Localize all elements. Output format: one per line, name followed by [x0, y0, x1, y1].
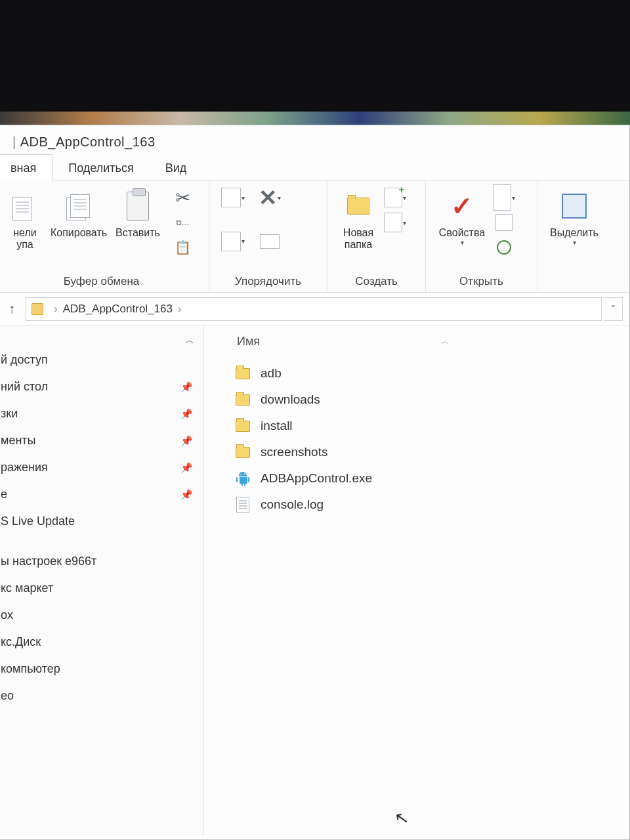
sidebar-item[interactable]: зки📌 [0, 400, 203, 427]
sidebar-quick-access[interactable]: й доступ [0, 346, 203, 373]
delete-button[interactable]: ✕▾ [251, 186, 288, 209]
text-file-icon [234, 496, 251, 513]
group-open: ✓ Свойства ▾ ▾ Открыть [426, 181, 537, 292]
sidebar-item[interactable]: ы настроек e966т [0, 548, 203, 575]
file-row[interactable]: ADBAppControl.exe [230, 465, 623, 492]
copy-to-button[interactable]: ▾ [217, 230, 249, 253]
sidebar-scroll-up[interactable]: ︿ [0, 335, 203, 346]
edit-button[interactable] [493, 211, 515, 234]
group-select: Выделить ▾ [537, 181, 611, 292]
copy-button[interactable]: Копировать [49, 185, 108, 242]
up-arrow-icon: ↑ [9, 301, 15, 316]
group-clipboard: нели упа Копировать Вставить ✂ ⧉… 📋 Буфе… [0, 181, 209, 292]
easy-access-icon [384, 213, 402, 232]
pin-icon: 📌 [180, 489, 193, 501]
tab-share[interactable]: Поделиться [52, 155, 149, 180]
android-exe-icon [234, 470, 251, 487]
copy-icon [66, 188, 91, 224]
group-create: Новая папка ▾ ▾ Создать [327, 181, 426, 292]
sidebar-item[interactable]: S Live Update [0, 508, 203, 535]
file-name: install [261, 419, 293, 433]
clipboard-icon [127, 188, 149, 224]
copy-path-button[interactable]: ⧉… [171, 211, 194, 234]
title-pipe: | [12, 135, 16, 149]
breadcrumb-folder[interactable]: ADB_AppControl_163 [63, 303, 173, 316]
rename-button[interactable] [251, 230, 288, 253]
column-header-row: Имя ︿ [237, 335, 623, 348]
sidebar-item[interactable]: менты📌 [0, 427, 203, 454]
sidebar-item[interactable]: компьютер [0, 656, 203, 682]
cut-button[interactable]: ✂ [171, 186, 194, 209]
new-folder-button[interactable]: Новая папка [334, 185, 383, 254]
sidebar-item-label: кс маркет [1, 581, 53, 595]
tab-view[interactable]: Вид [150, 155, 203, 180]
breadcrumb-expand[interactable]: ˅ [604, 297, 623, 321]
select-label: Выделить [550, 227, 598, 239]
ribbon-tabs: вная Поделиться Вид [0, 154, 629, 181]
select-all-icon [562, 188, 587, 224]
file-row[interactable]: adb [230, 360, 623, 387]
pin-icon: 📌 [180, 435, 193, 447]
open-button[interactable]: ▾ [493, 186, 515, 209]
sidebar-item-label: ний стол [1, 380, 48, 394]
folder-icon [234, 417, 251, 434]
sidebar-item-label: кс.Диск [1, 635, 41, 649]
file-row[interactable]: screenshots [230, 439, 623, 465]
organize-group-label: Упорядочить [216, 272, 320, 289]
easy-access-button[interactable]: ▾ [384, 211, 406, 234]
new-item-button[interactable]: ▾ [384, 186, 406, 209]
history-button[interactable] [493, 236, 515, 259]
copy-label: Копировать [51, 227, 107, 239]
paste-button[interactable]: Вставить [108, 185, 167, 242]
breadcrumb-sep-1: › [54, 303, 58, 316]
move-to-icon [221, 188, 241, 207]
breadcrumb[interactable]: › ADB_AppControl_163 › [26, 297, 602, 321]
sidebar-item[interactable]: ox [0, 602, 203, 629]
sidebar-item[interactable]: кс.Диск [0, 629, 203, 656]
paste-label: Вставить [116, 227, 160, 239]
photo-black-border [0, 0, 630, 112]
sidebar-item[interactable]: кс маркет [0, 575, 203, 602]
breadcrumb-folder-icon [32, 303, 43, 315]
file-name: console.log [261, 497, 324, 512]
file-row[interactable]: install [230, 413, 623, 439]
svg-point-0 [240, 474, 242, 475]
pin-quick-access-button[interactable]: нели упа [1, 185, 49, 254]
sidebar-item-label: ы настроек e966т [1, 555, 96, 568]
svg-point-1 [244, 474, 245, 475]
address-bar: ↑ › ADB_AppControl_163 › ˅ [0, 293, 629, 326]
desktop-sliver [0, 112, 630, 125]
sidebar-item[interactable] [0, 535, 203, 548]
paste-shortcut-button[interactable]: 📋 [171, 236, 194, 259]
ribbon: нели упа Копировать Вставить ✂ ⧉… 📋 Буфе… [0, 181, 629, 293]
properties-label: Свойства [439, 227, 485, 239]
pin-icon: 📌 [180, 462, 193, 474]
move-to-button[interactable]: ▾ [217, 186, 249, 209]
folder-icon [234, 365, 251, 382]
properties-button[interactable]: ✓ Свойства ▾ [432, 185, 492, 249]
file-row[interactable]: console.log [230, 492, 623, 518]
tab-main[interactable]: вная [0, 154, 52, 181]
nav-sidebar: ︿ й доступ ний стол📌зки📌менты📌ражения📌e📌… [0, 326, 204, 836]
select-group-label [544, 285, 604, 289]
sidebar-item[interactable]: ражения📌 [0, 454, 203, 481]
open-icon [493, 184, 511, 211]
select-caret-icon: ▾ [573, 239, 576, 247]
file-list: Имя ︿ adbdownloadsinstallscreenshotsADBA… [204, 326, 629, 836]
clipboard-small-buttons: ✂ ⧉… 📋 [170, 185, 195, 260]
clipboard-group-label: Буфер обмена [1, 272, 202, 289]
nav-up-button[interactable]: ↑ [1, 298, 23, 320]
chevron-down-icon: ˅ [611, 304, 616, 314]
sidebar-item[interactable]: ео [0, 682, 203, 709]
breadcrumb-sep-2: › [178, 303, 182, 316]
sidebar-item[interactable]: ний стол📌 [0, 373, 203, 400]
file-name: ADBAppControl.exe [261, 471, 372, 486]
sidebar-item[interactable]: e📌 [0, 481, 203, 508]
column-header-name[interactable]: Имя [237, 335, 260, 348]
open-small-buttons: ▾ [492, 185, 516, 260]
sort-caret-icon[interactable]: ︿ [441, 336, 449, 347]
file-row[interactable]: downloads [230, 387, 623, 413]
select-button[interactable]: Выделить ▾ [545, 185, 604, 249]
create-group-label: Создать [334, 272, 419, 289]
content-area: ︿ й доступ ний стол📌зки📌менты📌ражения📌e📌… [0, 326, 629, 836]
